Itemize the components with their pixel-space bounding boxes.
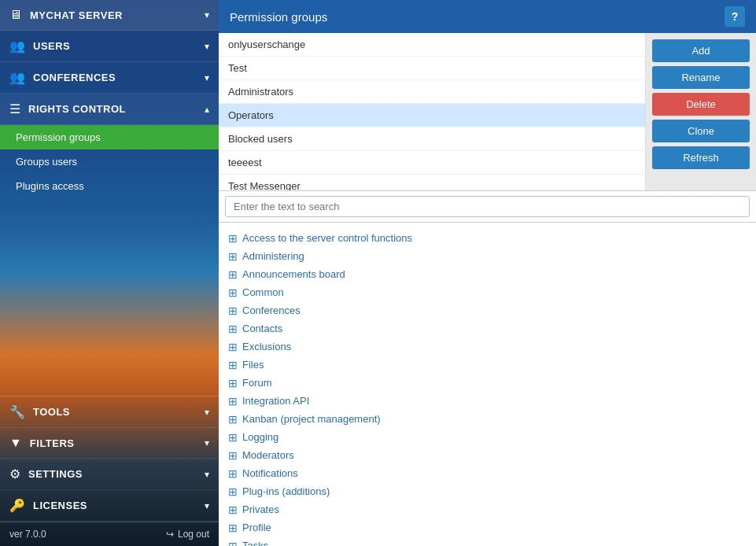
sidebar-item-conferences[interactable]: 👥 CONFERENCES ▾ bbox=[0, 62, 219, 94]
tools-arrow-icon: ▾ bbox=[205, 407, 209, 418]
tree-item[interactable]: ⊞Notifications bbox=[228, 464, 747, 482]
expand-icon: ⊞ bbox=[228, 396, 238, 407]
tree-item[interactable]: ⊞Common bbox=[228, 283, 747, 301]
group-list-item[interactable]: Blocked users bbox=[219, 127, 645, 151]
sidebar-item-settings[interactable]: ⚙ SETTINGS ▾ bbox=[0, 459, 219, 490]
expand-icon: ⊞ bbox=[228, 287, 238, 298]
server-arrow-icon: ▾ bbox=[205, 9, 209, 20]
group-list-item[interactable]: Test Messenger bbox=[219, 175, 645, 190]
sidebar-sub-plugins-access[interactable]: Plugins access bbox=[0, 174, 219, 198]
tree-item[interactable]: ⊞Integration API bbox=[228, 392, 747, 410]
sidebar-item-rights-control[interactable]: ☰ RIGHTS CONTROL ▴ bbox=[0, 94, 219, 125]
add-button[interactable]: Add bbox=[652, 39, 750, 62]
tree-item[interactable]: ⊞Plug-ins (additions) bbox=[228, 482, 747, 500]
expand-icon: ⊞ bbox=[228, 504, 238, 515]
expand-icon: ⊞ bbox=[228, 450, 238, 461]
settings-label: SETTINGS bbox=[28, 468, 205, 480]
settings-arrow-icon: ▾ bbox=[205, 469, 209, 480]
permission-groups-label: Permission groups bbox=[16, 131, 101, 143]
rights-arrow-icon: ▴ bbox=[205, 104, 209, 115]
top-area: onlyuserschangeTestAdministratorsOperato… bbox=[219, 33, 756, 191]
rights-control-label: RIGHTS CONTROL bbox=[28, 103, 205, 115]
plugins-access-label: Plugins access bbox=[16, 180, 84, 192]
tree-item[interactable]: ⊞Administering bbox=[228, 247, 747, 265]
tools-icon: 🔧 bbox=[9, 404, 25, 419]
search-bar bbox=[219, 191, 756, 223]
tree-item[interactable]: ⊞Logging bbox=[228, 428, 747, 446]
logout-label: Log out bbox=[178, 529, 209, 540]
delete-button[interactable]: Delete bbox=[652, 93, 750, 116]
logout-button[interactable]: ↪ Log out bbox=[166, 529, 209, 540]
users-label: USERS bbox=[33, 40, 205, 52]
filters-arrow-icon: ▾ bbox=[205, 437, 209, 448]
expand-icon: ⊞ bbox=[228, 251, 238, 262]
expand-icon: ⊞ bbox=[228, 540, 238, 547]
group-list-item[interactable]: teeeest bbox=[219, 151, 645, 175]
group-list-item[interactable]: Test bbox=[219, 57, 645, 80]
sidebar-sub-permission-groups[interactable]: Permission groups bbox=[0, 125, 219, 149]
settings-icon: ⚙ bbox=[9, 467, 20, 481]
main-header-title: Permission groups bbox=[230, 10, 327, 24]
groups-users-label: Groups users bbox=[16, 156, 77, 168]
sidebar: 🖥 MYCHAT SERVER ▾ 👥 USERS ▾ 👥 CONFERENCE… bbox=[0, 0, 219, 546]
licenses-label: LICENSES bbox=[33, 500, 205, 511]
filters-icon: ▼ bbox=[9, 436, 22, 450]
expand-icon: ⊞ bbox=[228, 522, 238, 533]
server-icon: 🖥 bbox=[9, 8, 22, 22]
expand-icon: ⊞ bbox=[228, 233, 238, 244]
licenses-icon: 🔑 bbox=[9, 498, 25, 513]
tree-item[interactable]: ⊞Announcements board bbox=[228, 265, 747, 283]
tools-label: TOOLS bbox=[33, 406, 205, 418]
tree-item[interactable]: ⊞Kanban (project management) bbox=[228, 410, 747, 428]
tree-item[interactable]: ⊞Privates bbox=[228, 500, 747, 518]
conferences-icon: 👥 bbox=[9, 70, 25, 85]
tree-item[interactable]: ⊞Files bbox=[228, 356, 747, 374]
users-arrow-icon: ▾ bbox=[205, 41, 209, 52]
search-input[interactable] bbox=[225, 196, 750, 217]
sidebar-item-filters[interactable]: ▼ FILTERS ▾ bbox=[0, 428, 219, 459]
clone-button[interactable]: Clone bbox=[652, 120, 750, 142]
action-buttons: Add Rename Delete Clone Refresh bbox=[646, 33, 756, 190]
tree-item[interactable]: ⊞Conferences bbox=[228, 301, 747, 319]
tree-item[interactable]: ⊞Tasks bbox=[228, 537, 747, 546]
sidebar-item-tools[interactable]: 🔧 TOOLS ▾ bbox=[0, 397, 219, 428]
groups-list-container[interactable]: onlyuserschangeTestAdministratorsOperato… bbox=[219, 33, 646, 190]
sidebar-item-users[interactable]: 👥 USERS ▾ bbox=[0, 31, 219, 62]
rename-button[interactable]: Rename bbox=[652, 66, 750, 89]
tree-item[interactable]: ⊞Access to the server control functions bbox=[228, 229, 747, 247]
version-text: ver 7.0.0 bbox=[9, 529, 46, 540]
expand-icon: ⊞ bbox=[228, 323, 238, 334]
rights-icon: ☰ bbox=[9, 101, 20, 116]
expand-icon: ⊞ bbox=[228, 341, 238, 352]
version-bar: ver 7.0.0 ↪ Log out bbox=[0, 522, 219, 546]
permissions-tree[interactable]: ⊞Access to the server control functions⊞… bbox=[219, 223, 756, 546]
group-list-item[interactable]: Administrators bbox=[219, 80, 645, 104]
sidebar-bottom: 🔧 TOOLS ▾ ▼ FILTERS ▾ ⚙ SETTINGS ▾ 🔑 LIC… bbox=[0, 396, 219, 546]
expand-icon: ⊞ bbox=[228, 305, 238, 316]
tree-item[interactable]: ⊞Moderators bbox=[228, 446, 747, 464]
group-list-item[interactable]: onlyuserschange bbox=[219, 33, 645, 57]
expand-icon: ⊞ bbox=[228, 414, 238, 425]
expand-icon: ⊞ bbox=[228, 486, 238, 497]
users-icon: 👥 bbox=[9, 39, 25, 53]
tree-item[interactable]: ⊞Exclusions bbox=[228, 338, 747, 356]
conferences-arrow-icon: ▾ bbox=[205, 72, 209, 83]
sidebar-item-licenses[interactable]: 🔑 LICENSES ▾ bbox=[0, 490, 219, 522]
expand-icon: ⊞ bbox=[228, 360, 238, 371]
tree-item[interactable]: ⊞Profile bbox=[228, 518, 747, 537]
main-content: Permission groups ? onlyuserschangeTestA… bbox=[219, 0, 756, 546]
expand-icon: ⊞ bbox=[228, 378, 238, 389]
main-header: Permission groups ? bbox=[219, 0, 756, 33]
sidebar-sub-groups-users[interactable]: Groups users bbox=[0, 149, 219, 174]
refresh-button[interactable]: Refresh bbox=[652, 146, 750, 169]
conferences-label: CONFERENCES bbox=[33, 72, 205, 83]
server-name-label: MYCHAT SERVER bbox=[30, 9, 205, 21]
tree-item[interactable]: ⊞Forum bbox=[228, 374, 747, 392]
help-button[interactable]: ? bbox=[725, 6, 745, 27]
expand-icon: ⊞ bbox=[228, 269, 238, 280]
group-list-item[interactable]: Operators bbox=[219, 104, 645, 127]
sidebar-server[interactable]: 🖥 MYCHAT SERVER ▾ bbox=[0, 0, 219, 31]
groups-list: onlyuserschangeTestAdministratorsOperato… bbox=[219, 33, 645, 190]
filters-label: FILTERS bbox=[30, 437, 205, 449]
tree-item[interactable]: ⊞Contacts bbox=[228, 319, 747, 338]
